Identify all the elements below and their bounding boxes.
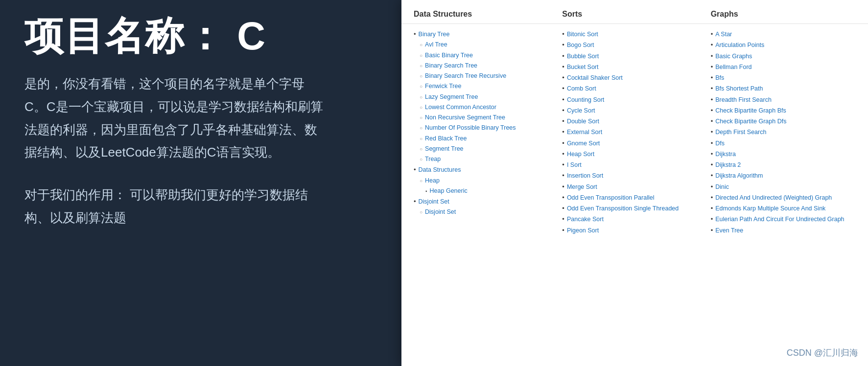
item-label: External Sort (567, 127, 602, 137)
item-label: Breadth First Search (715, 95, 772, 105)
list-item: •Pigeon Sort (562, 225, 710, 236)
left-panel: 项目名称： C 是的，你没有看错，这个项目的名字就是单个字母 C。C是一个宝藏项… (0, 0, 401, 366)
item-label: Non Recursive Segment Tree (425, 113, 505, 123)
table-header: Data StructuresSortsGraphs (401, 0, 868, 24)
bullet-icon: • (711, 182, 713, 192)
bullet-icon: • (562, 182, 564, 192)
item-label: Bucket Sort (567, 62, 599, 72)
bullet-icon: • (562, 51, 564, 62)
bullet-icon: • (562, 127, 564, 137)
bullet-icon: • (414, 164, 416, 175)
item-label: Fenwick Tree (425, 81, 461, 92)
bullet-icon: • (711, 94, 713, 105)
item-label: Counting Sort (567, 95, 604, 105)
list-item: ○Lowest Common Ancestor (414, 102, 562, 113)
bullet-icon: ○ (420, 93, 422, 101)
bullet-icon: • (562, 138, 564, 149)
bullet-icon: • (562, 105, 564, 116)
item-label: Eulerian Path And Circuit For Undirected… (715, 214, 844, 225)
item-label: Dinic (715, 182, 729, 192)
item-label: Check Bipartite Graph Dfs (715, 116, 786, 127)
bullet-icon: • (562, 149, 564, 160)
list-item: •Counting Sort (562, 94, 710, 105)
list-item: •Double Sort (562, 116, 710, 127)
list-item: •Pancake Sort (562, 214, 710, 225)
list-item: •Basic Graphs (711, 51, 859, 62)
item-label: Avl Tree (425, 40, 447, 50)
table-col: •Bitonic Sort•Bogo Sort•Bubble Sort•Buck… (562, 29, 710, 361)
bullet-icon: • (711, 105, 713, 116)
list-item: •Binary Tree (414, 29, 562, 40)
watermark: CSDN @汇川归海 (787, 347, 858, 359)
list-item: •Odd Even Transposition Parallel (562, 192, 710, 203)
bullet-icon: • (711, 170, 713, 181)
bullet-icon: • (711, 83, 713, 94)
item-label: Insertion Sort (567, 171, 603, 181)
list-item: ○Lazy Segment Tree (414, 92, 562, 102)
bullet-icon: • (711, 138, 713, 149)
item-label: Disjoint Set (425, 207, 456, 217)
item-label: Treap (425, 154, 441, 164)
bullet-icon: ○ (420, 124, 422, 132)
bullet-icon: • (562, 214, 564, 225)
desc-line3: 法题的利器，因为里面包含了几乎各种基础算法、数 (24, 122, 317, 137)
bullet-icon: ○ (420, 145, 422, 153)
list-item: ○Red Black Tree (414, 134, 562, 144)
bullet-icon: • (562, 192, 564, 203)
list-item: ○Disjoint Set (414, 207, 562, 217)
list-item: •Check Bipartite Graph Bfs (711, 105, 859, 116)
item-label: Binary Search Tree Recursive (425, 71, 506, 81)
usage-line1: 对于我们的作用： 可以帮助我们更好的学习数据结 (24, 187, 308, 202)
item-label: Depth First Search (715, 127, 766, 137)
item-label: Bellman Ford (715, 62, 751, 72)
list-item: •Breadth First Search (711, 94, 859, 105)
right-panel: Data StructuresSortsGraphs •Binary Tree○… (401, 0, 868, 366)
list-item: ○Segment Tree (414, 144, 562, 154)
bullet-icon: • (562, 62, 564, 72)
list-item: ○Avl Tree (414, 40, 562, 50)
bullet-icon: • (711, 29, 713, 40)
list-item: •Directed And Undirected (Weighted) Grap… (711, 192, 859, 203)
bullet-icon: • (711, 160, 713, 170)
list-item: •Bucket Sort (562, 62, 710, 72)
item-label: Even Tree (715, 226, 743, 236)
item-label: Basic Graphs (715, 51, 752, 62)
bullet-icon: ○ (420, 103, 422, 112)
desc-line2: C。C是一个宝藏项目，可以说是学习数据结构和刷算 (24, 99, 323, 114)
item-label: Pigeon Sort (567, 226, 599, 236)
bullet-icon: ○ (420, 82, 422, 91)
list-item: •Bfs Shortest Path (711, 83, 859, 94)
bullet-icon: • (562, 203, 564, 214)
list-item: •Odd Even Transposition Single Threaded (562, 203, 710, 214)
list-item: •I Sort (562, 160, 710, 170)
bullet-icon: ○ (420, 41, 422, 49)
list-item: ○Heap (414, 176, 562, 186)
item-label: Disjoint Set (419, 197, 449, 207)
item-label: Check Bipartite Graph Bfs (715, 106, 786, 116)
item-label: Binary Tree (419, 29, 450, 40)
bullet-icon: ○ (420, 51, 422, 60)
item-label: I Sort (567, 160, 582, 170)
bullet-icon: • (711, 203, 713, 214)
item-label: Segment Tree (425, 144, 464, 154)
list-item: •Bellman Ford (711, 62, 859, 72)
item-label: Dijkstra 2 (715, 160, 741, 170)
bullet-icon: • (711, 51, 713, 62)
bullet-icon: • (562, 170, 564, 181)
page-title: 项目名称： C (24, 15, 377, 58)
bullet-icon: • (711, 62, 713, 72)
item-label: Lazy Segment Tree (425, 92, 478, 102)
bullet-icon: • (562, 225, 564, 236)
item-label: Articulation Points (715, 40, 764, 50)
item-label: Cocktail Shaker Sort (567, 73, 623, 83)
list-item: •Disjoint Set (414, 196, 562, 207)
description-block: 是的，你没有看错，这个项目的名字就是单个字母 C。C是一个宝藏项目，可以说是学习… (24, 72, 377, 164)
list-item: •Articulation Points (711, 40, 859, 50)
bullet-icon: • (711, 40, 713, 50)
item-label: Heap Sort (567, 149, 594, 160)
bullet-icon: ○ (420, 177, 422, 185)
list-item: •Heap Sort (562, 149, 710, 160)
list-item: •Even Tree (711, 225, 859, 236)
list-item: •Check Bipartite Graph Dfs (711, 116, 859, 127)
list-item: •Edmonds Karp Multiple Source And Sink (711, 203, 859, 214)
